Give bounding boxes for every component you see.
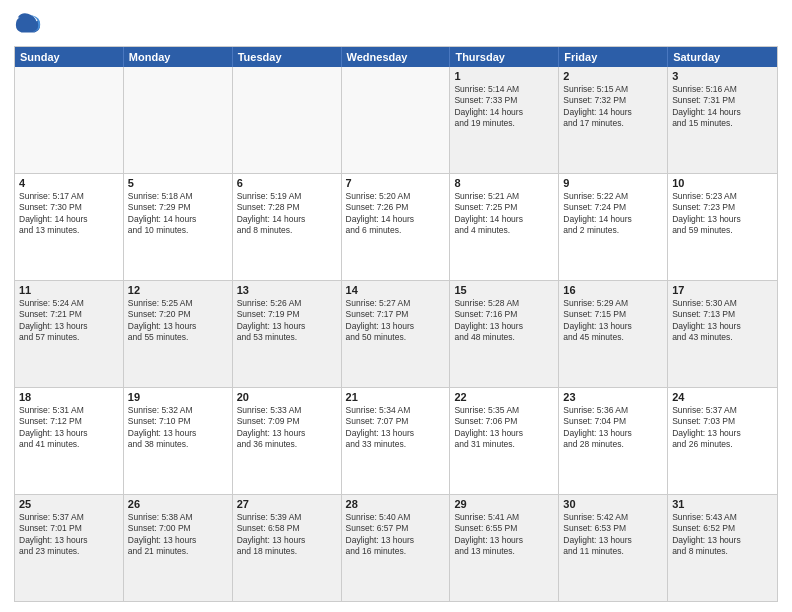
day-number: 5 <box>128 177 228 189</box>
day-info: Sunrise: 5:29 AM Sunset: 7:15 PM Dayligh… <box>563 298 663 344</box>
day-info: Sunrise: 5:14 AM Sunset: 7:33 PM Dayligh… <box>454 84 554 130</box>
cal-cell: 23Sunrise: 5:36 AM Sunset: 7:04 PM Dayli… <box>559 388 668 494</box>
cal-cell: 13Sunrise: 5:26 AM Sunset: 7:19 PM Dayli… <box>233 281 342 387</box>
day-number: 19 <box>128 391 228 403</box>
cal-week-4: 18Sunrise: 5:31 AM Sunset: 7:12 PM Dayli… <box>15 387 777 494</box>
day-info: Sunrise: 5:27 AM Sunset: 7:17 PM Dayligh… <box>346 298 446 344</box>
day-info: Sunrise: 5:19 AM Sunset: 7:28 PM Dayligh… <box>237 191 337 237</box>
day-number: 24 <box>672 391 773 403</box>
cal-cell: 5Sunrise: 5:18 AM Sunset: 7:29 PM Daylig… <box>124 174 233 280</box>
cal-cell: 28Sunrise: 5:40 AM Sunset: 6:57 PM Dayli… <box>342 495 451 601</box>
day-info: Sunrise: 5:18 AM Sunset: 7:29 PM Dayligh… <box>128 191 228 237</box>
day-number: 6 <box>237 177 337 189</box>
cal-week-3: 11Sunrise: 5:24 AM Sunset: 7:21 PM Dayli… <box>15 280 777 387</box>
day-number: 12 <box>128 284 228 296</box>
day-number: 3 <box>672 70 773 82</box>
cal-cell <box>124 67 233 173</box>
cal-cell: 18Sunrise: 5:31 AM Sunset: 7:12 PM Dayli… <box>15 388 124 494</box>
day-info: Sunrise: 5:34 AM Sunset: 7:07 PM Dayligh… <box>346 405 446 451</box>
logo-icon <box>14 10 42 38</box>
cal-cell: 27Sunrise: 5:39 AM Sunset: 6:58 PM Dayli… <box>233 495 342 601</box>
day-info: Sunrise: 5:28 AM Sunset: 7:16 PM Dayligh… <box>454 298 554 344</box>
day-number: 17 <box>672 284 773 296</box>
calendar: SundayMondayTuesdayWednesdayThursdayFrid… <box>14 46 778 602</box>
cal-cell: 14Sunrise: 5:27 AM Sunset: 7:17 PM Dayli… <box>342 281 451 387</box>
day-info: Sunrise: 5:42 AM Sunset: 6:53 PM Dayligh… <box>563 512 663 558</box>
day-number: 4 <box>19 177 119 189</box>
cal-cell: 26Sunrise: 5:38 AM Sunset: 7:00 PM Dayli… <box>124 495 233 601</box>
day-number: 28 <box>346 498 446 510</box>
day-info: Sunrise: 5:30 AM Sunset: 7:13 PM Dayligh… <box>672 298 773 344</box>
cal-cell: 25Sunrise: 5:37 AM Sunset: 7:01 PM Dayli… <box>15 495 124 601</box>
cal-cell: 16Sunrise: 5:29 AM Sunset: 7:15 PM Dayli… <box>559 281 668 387</box>
day-info: Sunrise: 5:23 AM Sunset: 7:23 PM Dayligh… <box>672 191 773 237</box>
day-number: 14 <box>346 284 446 296</box>
cal-cell: 15Sunrise: 5:28 AM Sunset: 7:16 PM Dayli… <box>450 281 559 387</box>
day-info: Sunrise: 5:33 AM Sunset: 7:09 PM Dayligh… <box>237 405 337 451</box>
day-number: 1 <box>454 70 554 82</box>
cal-cell <box>233 67 342 173</box>
cal-cell: 2Sunrise: 5:15 AM Sunset: 7:32 PM Daylig… <box>559 67 668 173</box>
day-info: Sunrise: 5:25 AM Sunset: 7:20 PM Dayligh… <box>128 298 228 344</box>
header <box>14 10 778 38</box>
day-info: Sunrise: 5:26 AM Sunset: 7:19 PM Dayligh… <box>237 298 337 344</box>
cal-cell: 31Sunrise: 5:43 AM Sunset: 6:52 PM Dayli… <box>668 495 777 601</box>
cal-cell <box>15 67 124 173</box>
day-info: Sunrise: 5:37 AM Sunset: 7:01 PM Dayligh… <box>19 512 119 558</box>
day-number: 20 <box>237 391 337 403</box>
cal-cell: 10Sunrise: 5:23 AM Sunset: 7:23 PM Dayli… <box>668 174 777 280</box>
logo <box>14 10 46 38</box>
day-info: Sunrise: 5:24 AM Sunset: 7:21 PM Dayligh… <box>19 298 119 344</box>
cal-cell: 4Sunrise: 5:17 AM Sunset: 7:30 PM Daylig… <box>15 174 124 280</box>
day-number: 16 <box>563 284 663 296</box>
day-number: 10 <box>672 177 773 189</box>
cal-cell: 20Sunrise: 5:33 AM Sunset: 7:09 PM Dayli… <box>233 388 342 494</box>
day-number: 25 <box>19 498 119 510</box>
cal-header-tuesday: Tuesday <box>233 47 342 67</box>
day-number: 30 <box>563 498 663 510</box>
cal-cell: 3Sunrise: 5:16 AM Sunset: 7:31 PM Daylig… <box>668 67 777 173</box>
cal-header-friday: Friday <box>559 47 668 67</box>
cal-header-sunday: Sunday <box>15 47 124 67</box>
cal-cell: 8Sunrise: 5:21 AM Sunset: 7:25 PM Daylig… <box>450 174 559 280</box>
calendar-body: 1Sunrise: 5:14 AM Sunset: 7:33 PM Daylig… <box>15 67 777 601</box>
cal-cell: 17Sunrise: 5:30 AM Sunset: 7:13 PM Dayli… <box>668 281 777 387</box>
day-info: Sunrise: 5:22 AM Sunset: 7:24 PM Dayligh… <box>563 191 663 237</box>
day-number: 9 <box>563 177 663 189</box>
cal-week-1: 1Sunrise: 5:14 AM Sunset: 7:33 PM Daylig… <box>15 67 777 173</box>
cal-cell: 12Sunrise: 5:25 AM Sunset: 7:20 PM Dayli… <box>124 281 233 387</box>
cal-cell <box>342 67 451 173</box>
day-info: Sunrise: 5:40 AM Sunset: 6:57 PM Dayligh… <box>346 512 446 558</box>
cal-cell: 29Sunrise: 5:41 AM Sunset: 6:55 PM Dayli… <box>450 495 559 601</box>
day-info: Sunrise: 5:15 AM Sunset: 7:32 PM Dayligh… <box>563 84 663 130</box>
cal-cell: 21Sunrise: 5:34 AM Sunset: 7:07 PM Dayli… <box>342 388 451 494</box>
cal-cell: 1Sunrise: 5:14 AM Sunset: 7:33 PM Daylig… <box>450 67 559 173</box>
cal-header-saturday: Saturday <box>668 47 777 67</box>
page: SundayMondayTuesdayWednesdayThursdayFrid… <box>0 0 792 612</box>
cal-cell: 9Sunrise: 5:22 AM Sunset: 7:24 PM Daylig… <box>559 174 668 280</box>
day-number: 8 <box>454 177 554 189</box>
day-info: Sunrise: 5:35 AM Sunset: 7:06 PM Dayligh… <box>454 405 554 451</box>
cal-cell: 24Sunrise: 5:37 AM Sunset: 7:03 PM Dayli… <box>668 388 777 494</box>
cal-header-wednesday: Wednesday <box>342 47 451 67</box>
day-info: Sunrise: 5:37 AM Sunset: 7:03 PM Dayligh… <box>672 405 773 451</box>
day-info: Sunrise: 5:41 AM Sunset: 6:55 PM Dayligh… <box>454 512 554 558</box>
day-number: 26 <box>128 498 228 510</box>
day-info: Sunrise: 5:32 AM Sunset: 7:10 PM Dayligh… <box>128 405 228 451</box>
day-info: Sunrise: 5:31 AM Sunset: 7:12 PM Dayligh… <box>19 405 119 451</box>
day-number: 27 <box>237 498 337 510</box>
cal-week-2: 4Sunrise: 5:17 AM Sunset: 7:30 PM Daylig… <box>15 173 777 280</box>
cal-cell: 7Sunrise: 5:20 AM Sunset: 7:26 PM Daylig… <box>342 174 451 280</box>
cal-header-monday: Monday <box>124 47 233 67</box>
cal-cell: 11Sunrise: 5:24 AM Sunset: 7:21 PM Dayli… <box>15 281 124 387</box>
day-number: 29 <box>454 498 554 510</box>
day-info: Sunrise: 5:16 AM Sunset: 7:31 PM Dayligh… <box>672 84 773 130</box>
day-info: Sunrise: 5:38 AM Sunset: 7:00 PM Dayligh… <box>128 512 228 558</box>
cal-header-thursday: Thursday <box>450 47 559 67</box>
day-number: 22 <box>454 391 554 403</box>
day-number: 11 <box>19 284 119 296</box>
day-number: 13 <box>237 284 337 296</box>
cal-cell: 6Sunrise: 5:19 AM Sunset: 7:28 PM Daylig… <box>233 174 342 280</box>
day-number: 18 <box>19 391 119 403</box>
cal-cell: 30Sunrise: 5:42 AM Sunset: 6:53 PM Dayli… <box>559 495 668 601</box>
